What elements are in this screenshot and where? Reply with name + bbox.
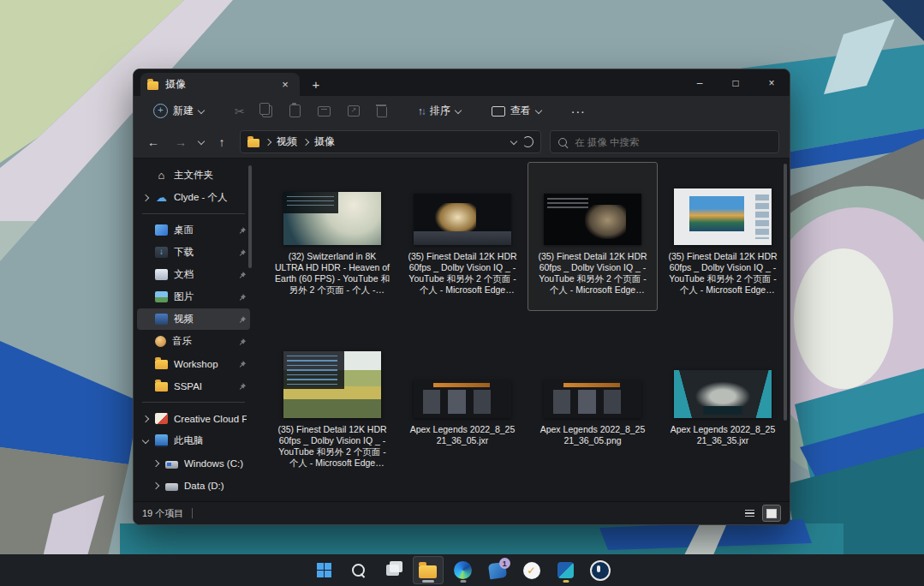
sidebar-divider — [142, 213, 245, 214]
folder-icon — [155, 382, 168, 392]
todo-check-icon: ✓ — [523, 562, 540, 579]
sidebar-item-windows-c[interactable]: Windows (C:) — [137, 452, 250, 474]
tab-close-icon[interactable]: × — [277, 77, 293, 93]
expand-chevron-icon[interactable] — [152, 481, 159, 488]
back-button[interactable]: ← — [144, 135, 163, 149]
content-scrollbar[interactable] — [784, 164, 787, 421]
status-divider — [192, 508, 193, 518]
more-button[interactable]: ··· — [564, 105, 593, 118]
sidebar-item-music[interactable]: 音乐 — [137, 331, 250, 352]
search-input[interactable] — [573, 136, 771, 148]
delete-button[interactable] — [369, 100, 395, 122]
documents-icon — [155, 269, 168, 280]
file-item-selected[interactable]: (35) Finest Detail 12K HDR 60fps _ Dolby… — [528, 162, 658, 311]
details-view-button[interactable] — [740, 505, 759, 522]
data-drive-icon — [165, 483, 178, 491]
sidebar-item-documents[interactable]: 文档 — [137, 264, 250, 285]
paste-button[interactable] — [282, 100, 308, 122]
taskbar-edge[interactable] — [449, 557, 478, 583]
file-thumbnail — [283, 351, 381, 418]
new-tab-button[interactable]: + — [305, 74, 327, 94]
sidebar-item-workshop[interactable]: Workshop — [137, 353, 250, 374]
windows-drive-icon — [165, 461, 178, 469]
pin-icon — [238, 293, 247, 302]
refresh-icon[interactable] — [522, 136, 534, 147]
sidebar-item-pictures[interactable]: 图片 — [137, 286, 250, 308]
file-thumbnail — [414, 380, 511, 418]
pin-icon — [238, 315, 247, 324]
navigation-pane: ⌂ 主文件夹 ☁ Clyde - 个人 桌面 下载 文档 — [134, 158, 253, 501]
sidebar-item-downloads[interactable]: 下载 — [137, 242, 250, 263]
file-item[interactable]: Apex Legends 2022_8_25 21_36_35.jxr — [658, 335, 788, 484]
file-explorer-window: 摄像 × + – □ × + 新建 ✂ ↗ ↑↓ 排序 — [133, 69, 790, 525]
sidebar-item-desktop[interactable]: 桌面 — [137, 219, 250, 241]
start-button[interactable] — [310, 557, 339, 583]
onedrive-cloud-icon: ☁ — [155, 192, 168, 203]
up-button[interactable]: ↑ — [212, 135, 231, 149]
breadcrumb[interactable]: 视频 摄像 — [240, 130, 541, 153]
notification-badge: 1 — [499, 558, 510, 569]
maximize-button[interactable]: □ — [718, 69, 754, 96]
breadcrumb-item-videos[interactable]: 视频 — [277, 135, 297, 149]
close-button[interactable]: × — [754, 69, 790, 96]
sidebar-item-sspai[interactable]: SSPAI — [137, 375, 250, 397]
breadcrumb-separator-icon — [265, 138, 271, 145]
rename-button[interactable] — [310, 102, 338, 121]
address-dropdown-icon[interactable] — [510, 137, 517, 144]
expand-chevron-icon[interactable] — [152, 459, 159, 466]
expand-chevron-icon[interactable] — [142, 415, 149, 422]
sidebar-item-onedrive[interactable]: ☁ Clyde - 个人 — [137, 187, 250, 208]
file-thumbnail — [283, 192, 381, 245]
folder-icon — [155, 360, 168, 369]
cut-button[interactable]: ✂ — [227, 100, 253, 123]
expand-chevron-icon[interactable] — [142, 194, 149, 200]
file-item[interactable]: Apex Legends 2022_8_25 21_36_05.png — [528, 335, 658, 484]
home-icon: ⌂ — [155, 170, 168, 181]
sidebar-item-home[interactable]: ⌂ 主文件夹 — [137, 164, 250, 186]
share-button[interactable]: ↗ — [340, 101, 367, 121]
minimize-button[interactable]: – — [682, 69, 718, 96]
folder-icon — [147, 81, 158, 90]
main-area: ⌂ 主文件夹 ☁ Clyde - 个人 桌面 下载 文档 — [134, 158, 790, 501]
taskbar-files-app[interactable] — [551, 557, 581, 583]
sidebar-item-data-d[interactable]: Data (D:) — [137, 475, 250, 496]
file-item[interactable]: Apex Legends 2022_8_25 21_36_05.jxr — [397, 335, 528, 484]
taskbar-onepassword[interactable] — [586, 557, 615, 583]
file-item[interactable]: (35) Finest Detail 12K HDR 60fps _ Dolby… — [267, 335, 397, 484]
sidebar-item-this-pc[interactable]: 此电脑 — [137, 430, 250, 451]
sidebar-item-creative-cloud[interactable]: Creative Cloud Files — [137, 408, 250, 429]
taskbar-todo-app[interactable]: ✓ — [517, 557, 546, 583]
view-icon — [492, 106, 505, 117]
task-view-button[interactable] — [379, 557, 408, 583]
large-icons-view-button[interactable] — [762, 505, 781, 522]
forward-button[interactable]: → — [171, 135, 190, 149]
history-chevron-icon[interactable] — [198, 137, 205, 144]
creative-cloud-icon — [155, 413, 168, 424]
search-box[interactable] — [550, 130, 779, 153]
file-item[interactable]: (32) Switzerland in 8K ULTRA HD HDR - He… — [267, 162, 397, 311]
pin-icon — [238, 360, 247, 368]
file-item[interactable]: (35) Finest Detail 12K HDR 60fps _ Dolby… — [658, 162, 788, 311]
sidebar-scrollbar[interactable] — [248, 165, 252, 268]
running-app-indicator — [460, 580, 466, 583]
view-button[interactable]: 查看 — [484, 99, 549, 123]
file-thumbnail — [674, 370, 772, 418]
sidebar-item-videos[interactable]: 视频 — [137, 308, 250, 330]
copy-button[interactable] — [254, 101, 280, 122]
taskbar-search-button[interactable] — [344, 557, 373, 583]
file-name: (32) Switzerland in 8K ULTRA HD HDR - He… — [273, 251, 391, 296]
breadcrumb-item-camera[interactable]: 摄像 — [314, 135, 335, 149]
taskbar-file-explorer[interactable] — [413, 556, 444, 584]
sidebar-item-cccoma-1[interactable]: CCCOMA_X64FRE_ZH- — [137, 497, 250, 501]
taskbar-chat-app[interactable]: 1 — [483, 557, 512, 583]
desktop-icon — [155, 224, 168, 236]
pin-icon — [238, 382, 247, 391]
file-name: Apex Legends 2022_8_25 21_36_05.png — [534, 424, 652, 446]
file-item[interactable]: (35) Finest Detail 12K HDR 60fps _ Dolby… — [397, 162, 528, 311]
new-button[interactable]: + 新建 — [146, 99, 212, 123]
sort-button[interactable]: ↑↓ 排序 — [410, 99, 468, 123]
explorer-tab[interactable]: 摄像 × — [140, 73, 300, 96]
chevron-down-icon — [454, 106, 461, 113]
files-app-icon — [557, 562, 574, 578]
collapse-chevron-icon[interactable] — [142, 436, 149, 443]
